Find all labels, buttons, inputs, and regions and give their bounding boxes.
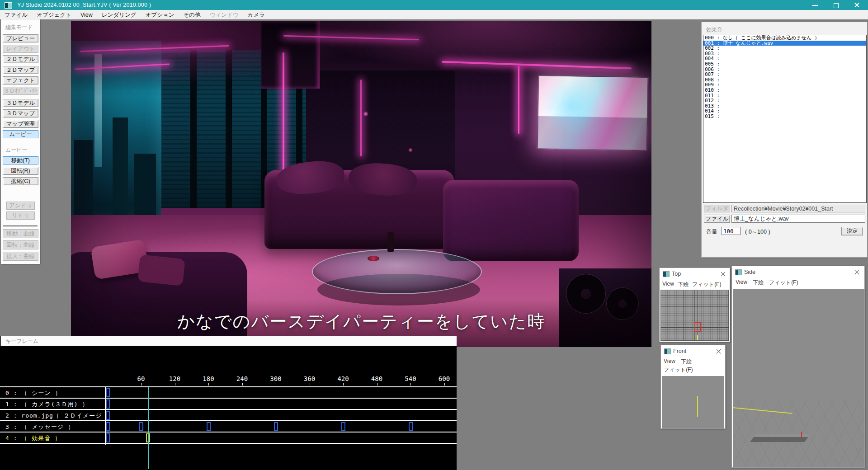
menu-option[interactable]: オプション xyxy=(141,10,179,19)
ruler-label: 600 xyxy=(434,375,455,382)
list-item[interactable]: 004 : xyxy=(703,56,866,61)
file-button[interactable]: ファイル xyxy=(704,215,730,223)
keyframe-marker[interactable] xyxy=(106,388,110,397)
menu-file[interactable]: ファイル xyxy=(0,10,32,19)
keyframe-marker[interactable] xyxy=(106,433,110,442)
sidebar-item-2dmodel[interactable]: ２Ｄモデル xyxy=(3,55,38,63)
ruler-tick xyxy=(242,383,243,385)
menu-view[interactable]: View xyxy=(76,10,97,18)
timeline-track-scene[interactable]: 0 : （ シーン ） xyxy=(0,387,457,399)
ruler-label: 480 xyxy=(366,375,388,382)
ruler-label: 360 xyxy=(299,375,321,382)
timeline-track-message[interactable]: 3 : （ メッセージ ） xyxy=(0,421,457,432)
yj-studio-window: YJ Studio 2024.0102 00_Start.YJV ( Ver 2… xyxy=(0,0,868,470)
side-viewport-titlebar[interactable]: Side xyxy=(732,266,864,278)
sidebar-item-3dmodel[interactable]: ３Ｄモデル xyxy=(3,99,38,107)
menu-object[interactable]: オブジェクト xyxy=(32,10,76,19)
viewport-menu-fit[interactable]: フィット(F) xyxy=(692,281,721,288)
object-marker xyxy=(697,335,698,340)
list-item[interactable]: 014 : xyxy=(703,108,866,114)
ruler-label: 60 xyxy=(130,375,152,382)
timeline-track-image[interactable]: 2 : room.jpg（ ２Ｄイメージ ） xyxy=(0,410,457,421)
list-item[interactable]: 008 : xyxy=(703,77,866,83)
front-viewport-window: Front View 下絵 フィット(F) xyxy=(660,345,726,429)
minimize-button[interactable] xyxy=(805,0,826,10)
preview-vignette xyxy=(71,21,651,347)
viewport-menu-fit[interactable]: フィット(F) xyxy=(664,366,693,374)
scale-tool-button[interactable]: 拡縮(G) xyxy=(3,177,38,185)
top-viewport-titlebar[interactable]: Top xyxy=(660,268,730,280)
menu-camera[interactable]: カメラ xyxy=(243,10,269,19)
list-item[interactable]: 002 : xyxy=(703,46,866,51)
keyframe-panel-titlebar[interactable]: キーフレーム xyxy=(0,336,457,346)
edit-mode-header: 編集モード xyxy=(5,24,33,31)
viewport-menu-view[interactable]: View xyxy=(736,279,747,285)
viewport-title: Top xyxy=(672,271,681,277)
list-item[interactable]: 015 : xyxy=(703,114,866,119)
ruler-label: 420 xyxy=(332,375,354,382)
movie-preview-viewport[interactable]: かなでのバースデイパーティーをしていた時 xyxy=(71,21,651,347)
timeline-track-sound[interactable]: 4 : （ 効果音 ） xyxy=(0,432,457,444)
close-icon[interactable] xyxy=(720,271,726,277)
move-tool-button[interactable]: 移動(T) xyxy=(3,156,38,164)
list-item[interactable]: 013 : xyxy=(703,103,866,109)
keyframe-marker[interactable] xyxy=(106,422,110,431)
playhead-line[interactable] xyxy=(148,387,149,469)
viewport-menu-underlay[interactable]: 下絵 xyxy=(678,281,689,288)
file-name-field[interactable]: 博士_なんじゃと.wav xyxy=(731,215,865,223)
rotate-tool-button[interactable]: 回転(R) xyxy=(3,167,38,175)
keyframe-marker[interactable] xyxy=(274,422,278,431)
top-viewport-canvas[interactable] xyxy=(660,290,729,341)
timeline-track-camera[interactable]: 1 : （ カメラ(３Ｄ用) ） xyxy=(0,399,457,410)
list-item-selected[interactable]: 001 : 博士_なんじゃと.wav xyxy=(703,41,866,46)
viewport-menu-view[interactable]: View xyxy=(662,281,674,287)
keyframe-marker[interactable] xyxy=(106,411,110,420)
origin-marker xyxy=(801,432,802,437)
sidebar-item-preview[interactable]: プレビュー xyxy=(3,34,38,42)
side-viewport-window: Side View 下絵 フィット(F) xyxy=(731,266,865,468)
viewport-menu-underlay[interactable]: 下絵 xyxy=(753,279,764,287)
list-item[interactable]: 011 : xyxy=(703,93,866,99)
volume-apply-button[interactable]: 決定 xyxy=(841,227,863,235)
viewport-menu-view[interactable]: View xyxy=(664,358,675,364)
viewport-menu-fit[interactable]: フィット(F) xyxy=(769,279,798,287)
viewport-menu-underlay[interactable]: 下絵 xyxy=(681,358,692,366)
menu-rendering[interactable]: レンダリング xyxy=(97,10,141,19)
sidebar-item-3dmap[interactable]: ３Ｄマップ xyxy=(3,109,38,118)
sidebar-item-mapadmin[interactable]: マップ管理 xyxy=(3,120,38,128)
sidebar-item-2dmap[interactable]: ２Ｄマップ xyxy=(3,66,38,74)
list-item[interactable]: 003 : xyxy=(703,51,866,56)
viewport-title: Front xyxy=(673,348,686,354)
list-item[interactable]: 007 : xyxy=(703,72,866,77)
ruler-label: 540 xyxy=(400,375,421,382)
list-item[interactable]: 009 : xyxy=(703,82,866,88)
list-item[interactable]: 010 : xyxy=(703,88,866,93)
list-item[interactable]: 012 : xyxy=(703,98,866,103)
keyframe-marker[interactable] xyxy=(139,422,143,431)
maximize-button[interactable] xyxy=(826,0,846,10)
list-item[interactable]: 005 : xyxy=(703,61,866,67)
keyframe-marker[interactable] xyxy=(106,400,110,409)
movie-section-header: ムービー xyxy=(5,146,28,154)
keyframe-marker[interactable] xyxy=(207,422,211,431)
keyframe-marker[interactable] xyxy=(341,422,345,431)
menu-others[interactable]: その他 xyxy=(179,10,205,19)
side-viewport-canvas[interactable] xyxy=(733,289,864,467)
close-icon[interactable] xyxy=(854,269,860,275)
undo-button: アンドゥ xyxy=(6,202,35,210)
close-button[interactable] xyxy=(846,0,867,10)
sidebar-item-movie[interactable]: ムービー xyxy=(3,130,38,138)
app-icon xyxy=(5,2,12,9)
front-viewport-titlebar[interactable]: Front xyxy=(661,345,725,357)
sidebar-item-effect[interactable]: エフェクト xyxy=(3,76,38,85)
close-icon[interactable] xyxy=(716,348,722,354)
front-viewport-canvas[interactable] xyxy=(662,376,724,428)
volume-input[interactable] xyxy=(722,227,741,235)
selection-rect[interactable] xyxy=(694,322,701,332)
ruler-tick xyxy=(377,383,377,385)
list-item[interactable]: 006 : xyxy=(703,67,866,72)
viewport-title: Side xyxy=(744,269,755,275)
menu-bar: ファイルオブジェクトViewレンダリングオプションその他ウィンドウカメラ xyxy=(0,10,868,19)
list-item[interactable]: 000 : なし（ ここに効果音は読み込めません ） xyxy=(703,35,866,41)
keyframe-marker[interactable] xyxy=(409,422,413,431)
